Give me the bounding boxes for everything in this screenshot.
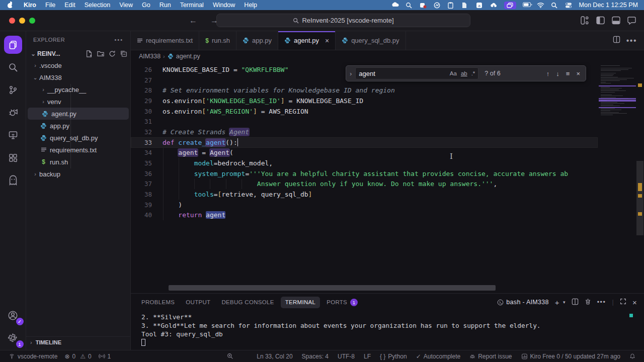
tree-item-venv[interactable]: ›venv bbox=[26, 96, 130, 108]
tree-item-agent-py[interactable]: agent.py bbox=[28, 108, 129, 120]
spotlight-icon[interactable] bbox=[551, 2, 558, 9]
menu-item-selection[interactable]: Selection bbox=[80, 0, 115, 10]
split-terminal-icon[interactable] bbox=[572, 298, 579, 307]
tab-query-sql-db-py[interactable]: query_sql_db.py bbox=[336, 31, 406, 50]
notifications-bell[interactable] bbox=[626, 353, 639, 359]
app-notification-icon[interactable] bbox=[420, 2, 427, 9]
eol-sequence[interactable]: LF bbox=[360, 353, 374, 360]
tab-app-py[interactable]: app.py bbox=[236, 31, 278, 50]
match-case-icon[interactable]: Aa bbox=[450, 70, 457, 76]
account-icon[interactable]: ✓ bbox=[4, 306, 22, 324]
code-line-28[interactable]: 28# Set environment variables for Knowle… bbox=[131, 85, 598, 96]
tree-item-aim338[interactable]: ⌄AIM338 bbox=[26, 71, 130, 83]
code-editor[interactable]: 26KNOWLEDGE_BASE_ID = "QKWRFLFBBW"2728# … bbox=[131, 62, 644, 293]
tree-item-backup[interactable]: ›backup bbox=[26, 168, 130, 180]
menu-item-run[interactable]: Run bbox=[155, 0, 176, 10]
code-line-40[interactable]: 40 return agent bbox=[131, 210, 598, 221]
terminal-more-actions-icon[interactable]: ••• bbox=[597, 299, 606, 306]
kill-terminal-icon[interactable] bbox=[585, 298, 591, 307]
workspace-section-header[interactable]: ⌄ REINV... bbox=[26, 48, 130, 59]
search-icon[interactable] bbox=[4, 58, 22, 76]
minimap[interactable] bbox=[599, 62, 636, 293]
minimize-window-button[interactable] bbox=[19, 18, 25, 24]
tab-requirements-txt[interactable]: requirements.txt bbox=[131, 31, 199, 50]
remote-indicator[interactable]: vscode-remote bbox=[5, 353, 61, 360]
breadcrumb-file[interactable]: agent.py bbox=[176, 53, 200, 60]
language-mode[interactable]: { }Python bbox=[376, 353, 411, 360]
extensions-icon[interactable] bbox=[4, 149, 22, 167]
explorer-icon[interactable] bbox=[4, 36, 22, 54]
kiro-usage[interactable]: Kiro Free 0 / 50 updated 27m ago bbox=[518, 353, 624, 360]
find-next-icon[interactable]: ↓ bbox=[556, 70, 559, 77]
source-control-icon[interactable] bbox=[4, 81, 22, 99]
tree-item--pycache-[interactable]: ›__pycache__ bbox=[26, 83, 130, 96]
code-line-32[interactable]: 32# Create Strands Agent bbox=[131, 127, 598, 137]
find-input[interactable]: agent Aa ab .* bbox=[355, 67, 478, 79]
breadcrumb-folder[interactable]: AIM338 bbox=[139, 53, 160, 60]
menu-item-go[interactable]: Go bbox=[137, 0, 155, 10]
screen-mirroring-icon[interactable] bbox=[504, 2, 516, 9]
tree-item-run-sh[interactable]: $run.sh bbox=[26, 156, 130, 168]
code-line-30[interactable]: 30os.environ['AWS_REGION'] = AWS_REGION bbox=[131, 106, 598, 117]
encoding[interactable]: UTF-8 bbox=[334, 353, 358, 360]
menu-item-terminal[interactable]: Terminal bbox=[176, 0, 208, 10]
menu-item-view[interactable]: View bbox=[115, 0, 137, 10]
find-in-selection-icon[interactable]: ≡ bbox=[566, 70, 570, 77]
maximize-panel-icon[interactable] bbox=[620, 298, 626, 306]
find-previous-icon[interactable]: ↑ bbox=[546, 70, 550, 77]
panel-tab-terminal[interactable]: TERMINAL bbox=[281, 297, 320, 308]
cursor-position[interactable]: Ln 33, Col 20 bbox=[253, 353, 296, 360]
search-status-icon[interactable] bbox=[406, 2, 413, 9]
maximize-window-button[interactable] bbox=[29, 18, 35, 24]
menu-item-edit[interactable]: Edit bbox=[60, 0, 80, 10]
terminal-session[interactable]: bash - AIM338 bbox=[497, 299, 549, 306]
code-line-39[interactable]: 39 ) bbox=[131, 200, 598, 210]
close-window-button[interactable] bbox=[9, 18, 15, 24]
regex-icon[interactable]: .* bbox=[471, 70, 475, 76]
code-line-33[interactable]: 33def create_agent(): bbox=[131, 137, 598, 148]
new-folder-icon[interactable] bbox=[97, 50, 104, 57]
settings-gear-icon[interactable]: 1 bbox=[4, 329, 22, 347]
stats-icon[interactable] bbox=[434, 2, 441, 9]
kiro-ghost-icon[interactable] bbox=[4, 171, 22, 190]
horizontal-scrollbar[interactable] bbox=[169, 285, 496, 291]
tab-agent-py[interactable]: agent.py× bbox=[278, 31, 336, 50]
collapse-all-icon[interactable] bbox=[120, 50, 127, 57]
amazon-icon[interactable]: a bbox=[476, 2, 484, 9]
code-line-31[interactable]: 31 bbox=[131, 116, 598, 127]
clipboard-icon[interactable] bbox=[448, 2, 455, 9]
remote-explorer-icon[interactable] bbox=[4, 126, 22, 144]
code-line-38[interactable]: 38 tools=[retrieve, query_sql_db] bbox=[131, 189, 598, 200]
whole-word-icon[interactable]: ab bbox=[461, 70, 467, 76]
sync-icon[interactable] bbox=[391, 2, 399, 9]
navigate-back-button[interactable]: ← bbox=[185, 16, 201, 25]
indentation[interactable]: Spaces: 4 bbox=[298, 353, 332, 360]
autocomplete-status[interactable]: ✓Autocomplete bbox=[413, 353, 464, 360]
toggle-sidebar-icon[interactable] bbox=[596, 16, 605, 25]
command-center-search[interactable]: ReInvent-2025 [vscode-remote] bbox=[216, 14, 470, 27]
toggle-panel-icon[interactable] bbox=[612, 16, 620, 25]
menubar-clock[interactable]: Mon Dec 1 12:25 PM bbox=[579, 2, 638, 9]
tab-run-sh[interactable]: $run.sh bbox=[199, 31, 236, 50]
editor-more-actions-icon[interactable]: ••• bbox=[626, 36, 637, 45]
code-line-37[interactable]: 37 Answer question only if you know. Do … bbox=[131, 179, 598, 190]
menu-item-window[interactable]: Window bbox=[208, 0, 239, 10]
close-panel-icon[interactable]: × bbox=[632, 298, 637, 307]
apple-menu-icon[interactable] bbox=[7, 2, 13, 8]
timeline-section[interactable]: › TIMELINE bbox=[26, 336, 130, 348]
tree-item-query-sql-db-py[interactable]: query_sql_db.py bbox=[26, 132, 130, 144]
code-line-34[interactable]: 34 agent = Agent( bbox=[131, 148, 598, 158]
cloud-icon[interactable] bbox=[490, 2, 498, 9]
explorer-more-actions-icon[interactable]: ••• bbox=[114, 37, 123, 43]
menu-item-file[interactable]: File bbox=[41, 0, 60, 10]
battery-icon[interactable] bbox=[523, 2, 530, 9]
code-line-35[interactable]: 35 model=bedrock_model, bbox=[131, 158, 598, 168]
run-debug-icon[interactable] bbox=[4, 104, 22, 122]
menu-app-name[interactable]: Kiro bbox=[19, 0, 41, 10]
new-file-icon[interactable] bbox=[86, 50, 93, 57]
close-tab-icon[interactable]: × bbox=[325, 37, 329, 45]
screencast-zoom-icon[interactable] bbox=[223, 353, 237, 359]
problems-indicator[interactable]: ⊗0 ⚠0 bbox=[61, 353, 95, 360]
vertical-scrollbar[interactable] bbox=[636, 62, 644, 293]
new-terminal-button[interactable]: +▾ bbox=[555, 298, 566, 307]
